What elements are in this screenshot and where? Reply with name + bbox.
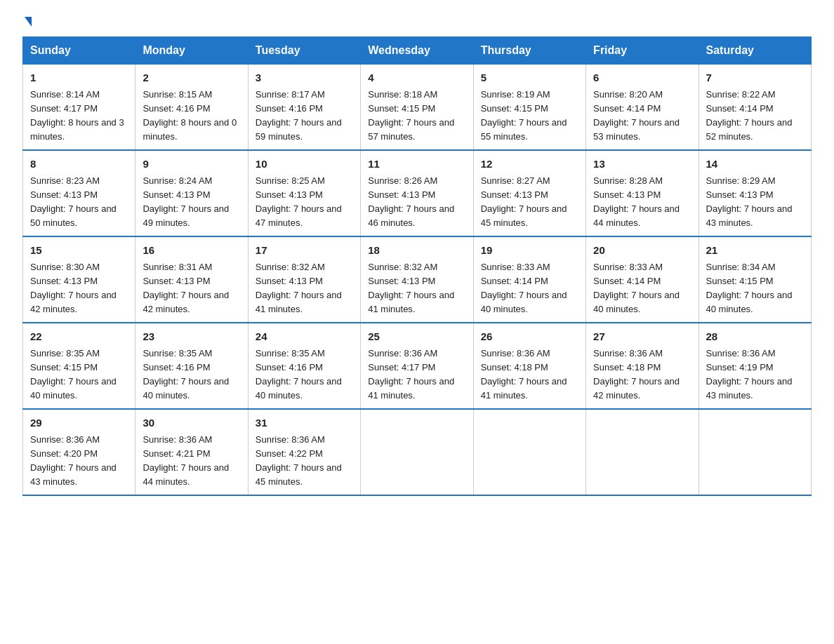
day-info: Sunrise: 8:36 AM Sunset: 4:18 PM Dayligh…	[481, 347, 578, 403]
day-info: Sunrise: 8:33 AM Sunset: 4:14 PM Dayligh…	[593, 260, 691, 317]
day-number: 4	[368, 70, 465, 86]
calendar-week-row: 22Sunrise: 8:35 AM Sunset: 4:15 PM Dayli…	[23, 323, 812, 409]
calendar-cell: 12Sunrise: 8:27 AM Sunset: 4:13 PM Dayli…	[473, 150, 585, 236]
calendar-cell: 23Sunrise: 8:35 AM Sunset: 4:16 PM Dayli…	[135, 323, 248, 409]
calendar-cell: 31Sunrise: 8:36 AM Sunset: 4:22 PM Dayli…	[248, 409, 360, 495]
calendar-cell: 29Sunrise: 8:36 AM Sunset: 4:20 PM Dayli…	[23, 409, 135, 495]
calendar-cell: 1Sunrise: 8:14 AM Sunset: 4:17 PM Daylig…	[23, 65, 135, 151]
calendar-cell: 19Sunrise: 8:33 AM Sunset: 4:14 PM Dayli…	[473, 236, 585, 323]
day-info: Sunrise: 8:32 AM Sunset: 4:13 PM Dayligh…	[368, 260, 465, 317]
day-info: Sunrise: 8:35 AM Sunset: 4:15 PM Dayligh…	[30, 347, 128, 403]
calendar-cell: 6Sunrise: 8:20 AM Sunset: 4:14 PM Daylig…	[586, 65, 699, 151]
calendar-cell	[473, 409, 585, 495]
calendar-week-row: 15Sunrise: 8:30 AM Sunset: 4:13 PM Dayli…	[23, 236, 812, 323]
day-number: 3	[256, 70, 353, 86]
calendar-cell: 3Sunrise: 8:17 AM Sunset: 4:16 PM Daylig…	[248, 65, 360, 151]
day-info: Sunrise: 8:36 AM Sunset: 4:22 PM Dayligh…	[256, 433, 353, 490]
day-info: Sunrise: 8:32 AM Sunset: 4:13 PM Dayligh…	[256, 260, 353, 317]
calendar-cell: 16Sunrise: 8:31 AM Sunset: 4:13 PM Dayli…	[135, 236, 248, 323]
calendar-cell: 18Sunrise: 8:32 AM Sunset: 4:13 PM Dayli…	[361, 236, 473, 323]
calendar-cell: 30Sunrise: 8:36 AM Sunset: 4:21 PM Dayli…	[135, 409, 248, 495]
calendar-cell	[361, 409, 473, 495]
calendar-cell: 26Sunrise: 8:36 AM Sunset: 4:18 PM Dayli…	[473, 323, 585, 409]
calendar-cell: 25Sunrise: 8:36 AM Sunset: 4:17 PM Dayli…	[361, 323, 473, 409]
col-header-friday: Friday	[586, 37, 699, 65]
day-number: 13	[593, 156, 691, 173]
day-number: 28	[706, 329, 804, 345]
day-number: 20	[593, 243, 691, 259]
day-info: Sunrise: 8:35 AM Sunset: 4:16 PM Dayligh…	[143, 347, 240, 403]
day-info: Sunrise: 8:33 AM Sunset: 4:14 PM Dayligh…	[481, 260, 578, 317]
day-number: 16	[143, 243, 240, 259]
calendar-cell: 7Sunrise: 8:22 AM Sunset: 4:14 PM Daylig…	[699, 65, 811, 151]
day-info: Sunrise: 8:22 AM Sunset: 4:14 PM Dayligh…	[706, 88, 804, 145]
calendar-cell: 2Sunrise: 8:15 AM Sunset: 4:16 PM Daylig…	[135, 65, 248, 151]
day-info: Sunrise: 8:20 AM Sunset: 4:14 PM Dayligh…	[593, 88, 691, 145]
calendar-cell	[699, 409, 811, 495]
logo-arrow-icon	[25, 17, 32, 27]
day-number: 17	[256, 243, 353, 259]
day-number: 31	[256, 415, 353, 431]
day-info: Sunrise: 8:17 AM Sunset: 4:16 PM Dayligh…	[256, 88, 353, 145]
day-number: 10	[256, 156, 353, 173]
day-info: Sunrise: 8:31 AM Sunset: 4:13 PM Dayligh…	[143, 260, 240, 317]
day-info: Sunrise: 8:24 AM Sunset: 4:13 PM Dayligh…	[143, 174, 240, 231]
day-info: Sunrise: 8:19 AM Sunset: 4:15 PM Dayligh…	[481, 88, 578, 145]
page-header	[22, 17, 812, 24]
day-number: 9	[143, 156, 240, 173]
logo	[22, 17, 32, 24]
day-number: 27	[593, 329, 691, 345]
day-number: 2	[143, 70, 240, 86]
day-info: Sunrise: 8:36 AM Sunset: 4:20 PM Dayligh…	[30, 433, 128, 490]
day-info: Sunrise: 8:36 AM Sunset: 4:19 PM Dayligh…	[706, 347, 804, 403]
day-info: Sunrise: 8:35 AM Sunset: 4:16 PM Dayligh…	[256, 347, 353, 403]
day-info: Sunrise: 8:23 AM Sunset: 4:13 PM Dayligh…	[30, 174, 128, 231]
calendar-cell: 13Sunrise: 8:28 AM Sunset: 4:13 PM Dayli…	[586, 150, 699, 236]
day-number: 12	[481, 156, 578, 173]
day-info: Sunrise: 8:29 AM Sunset: 4:13 PM Dayligh…	[706, 174, 804, 231]
calendar-cell: 14Sunrise: 8:29 AM Sunset: 4:13 PM Dayli…	[699, 150, 811, 236]
col-header-thursday: Thursday	[473, 37, 585, 65]
day-info: Sunrise: 8:36 AM Sunset: 4:17 PM Dayligh…	[368, 347, 465, 403]
day-number: 21	[706, 243, 804, 259]
calendar-cell: 4Sunrise: 8:18 AM Sunset: 4:15 PM Daylig…	[361, 65, 473, 151]
day-number: 5	[481, 70, 578, 86]
calendar-header-row: SundayMondayTuesdayWednesdayThursdayFrid…	[23, 37, 812, 65]
day-info: Sunrise: 8:18 AM Sunset: 4:15 PM Dayligh…	[368, 88, 465, 145]
calendar-cell: 21Sunrise: 8:34 AM Sunset: 4:15 PM Dayli…	[699, 236, 811, 323]
calendar-cell: 28Sunrise: 8:36 AM Sunset: 4:19 PM Dayli…	[699, 323, 811, 409]
calendar-week-row: 1Sunrise: 8:14 AM Sunset: 4:17 PM Daylig…	[23, 65, 812, 151]
day-info: Sunrise: 8:15 AM Sunset: 4:16 PM Dayligh…	[143, 88, 240, 145]
calendar-cell: 15Sunrise: 8:30 AM Sunset: 4:13 PM Dayli…	[23, 236, 135, 323]
day-number: 1	[30, 70, 128, 86]
calendar-week-row: 8Sunrise: 8:23 AM Sunset: 4:13 PM Daylig…	[23, 150, 812, 236]
day-number: 23	[143, 329, 240, 345]
day-number: 7	[706, 70, 804, 86]
calendar-cell: 5Sunrise: 8:19 AM Sunset: 4:15 PM Daylig…	[473, 65, 585, 151]
col-header-monday: Monday	[135, 37, 248, 65]
calendar-cell: 10Sunrise: 8:25 AM Sunset: 4:13 PM Dayli…	[248, 150, 360, 236]
day-info: Sunrise: 8:27 AM Sunset: 4:13 PM Dayligh…	[481, 174, 578, 231]
calendar-cell: 9Sunrise: 8:24 AM Sunset: 4:13 PM Daylig…	[135, 150, 248, 236]
day-info: Sunrise: 8:14 AM Sunset: 4:17 PM Dayligh…	[30, 88, 128, 145]
calendar-cell	[586, 409, 699, 495]
col-header-sunday: Sunday	[23, 37, 135, 65]
calendar-cell: 17Sunrise: 8:32 AM Sunset: 4:13 PM Dayli…	[248, 236, 360, 323]
day-info: Sunrise: 8:36 AM Sunset: 4:21 PM Dayligh…	[143, 433, 240, 490]
calendar-cell: 8Sunrise: 8:23 AM Sunset: 4:13 PM Daylig…	[23, 150, 135, 236]
day-number: 19	[481, 243, 578, 259]
day-number: 15	[30, 243, 128, 259]
day-info: Sunrise: 8:28 AM Sunset: 4:13 PM Dayligh…	[593, 174, 691, 231]
day-number: 26	[481, 329, 578, 345]
day-number: 30	[143, 415, 240, 431]
day-number: 29	[30, 415, 128, 431]
col-header-tuesday: Tuesday	[248, 37, 360, 65]
calendar-cell: 22Sunrise: 8:35 AM Sunset: 4:15 PM Dayli…	[23, 323, 135, 409]
day-number: 14	[706, 156, 804, 173]
calendar-table: SundayMondayTuesdayWednesdayThursdayFrid…	[22, 36, 812, 496]
calendar-cell: 20Sunrise: 8:33 AM Sunset: 4:14 PM Dayli…	[586, 236, 699, 323]
day-info: Sunrise: 8:26 AM Sunset: 4:13 PM Dayligh…	[368, 174, 465, 231]
day-info: Sunrise: 8:34 AM Sunset: 4:15 PM Dayligh…	[706, 260, 804, 317]
day-info: Sunrise: 8:30 AM Sunset: 4:13 PM Dayligh…	[30, 260, 128, 317]
day-number: 24	[256, 329, 353, 345]
